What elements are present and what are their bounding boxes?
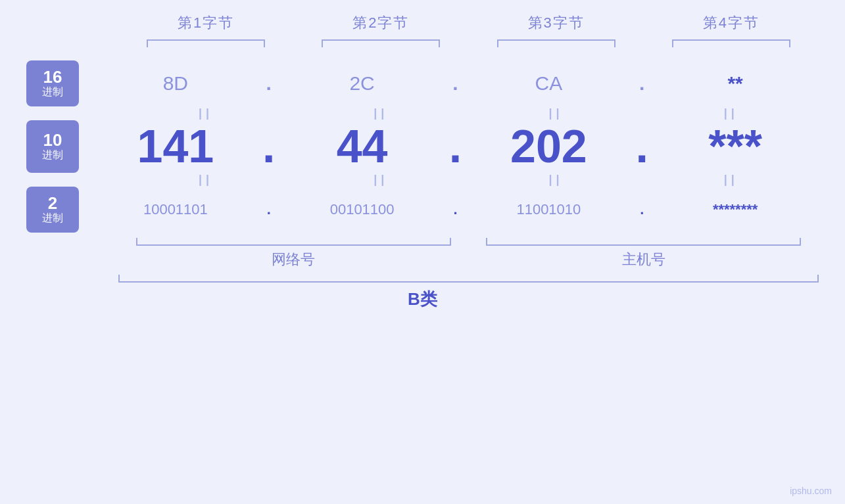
hex-v1: 8D	[92, 72, 259, 95]
col-header-2: 第2字节	[293, 13, 468, 33]
sep-2: || || || ||	[118, 173, 819, 187]
bin-v2: 00101100	[279, 201, 446, 218]
dec-label-num: 10	[43, 131, 62, 149]
hex-label-num: 16	[43, 68, 62, 85]
dot-dec-2: .	[446, 120, 466, 173]
sep-1-v3: ||	[469, 106, 644, 120]
bracket-line-2	[322, 39, 440, 47]
big-bracket-line	[118, 275, 819, 283]
col-header-1: 第1字节	[118, 13, 293, 33]
hex-v3: CA	[466, 72, 633, 95]
hex-values: 8D . 2C . CA . **	[92, 72, 819, 95]
top-bracket-1	[118, 39, 293, 47]
hex-label: 16 进制	[26, 60, 79, 106]
header-row: 第1字节 第2字节 第3字节 第4字节	[118, 13, 819, 33]
bracket-line-1	[147, 39, 265, 47]
host-bracket-wrap	[469, 238, 819, 246]
hex-row: 16 进制 8D . 2C . CA . **	[26, 60, 819, 106]
dot-dec-1: .	[259, 120, 279, 173]
dec-v4: ***	[652, 120, 819, 173]
dec-label: 10 进制	[26, 120, 79, 173]
dot-bin-2: .	[446, 201, 466, 218]
dot-bin-3: .	[632, 201, 652, 218]
top-bracket-2	[293, 39, 468, 47]
host-bracket-line	[486, 238, 801, 246]
network-label: 网络号	[118, 250, 469, 269]
bracket-line-4	[672, 39, 790, 47]
sep-2-v1: ||	[118, 173, 293, 187]
dec-v2: 44	[279, 120, 446, 173]
dot-dec-3: .	[632, 120, 652, 173]
top-bracket-3	[469, 39, 644, 47]
dot-hex-2: .	[446, 72, 466, 95]
col-header-4: 第4字节	[644, 13, 819, 33]
bin-row: 2 进制 10001101 . 00101100 . 11001010 . **…	[26, 187, 819, 233]
watermark: ipshu.com	[790, 486, 832, 496]
dot-hex-1: .	[259, 72, 279, 95]
dec-values: 141 . 44 . 202 . ***	[92, 120, 819, 173]
dec-v3: 202	[466, 120, 633, 173]
bin-values: 10001101 . 00101100 . 11001010 . *******…	[92, 201, 819, 218]
network-bracket-wrap	[118, 238, 469, 246]
bin-v1: 10001101	[92, 201, 259, 218]
bin-v4: ********	[652, 201, 819, 218]
sep-2-v3: ||	[469, 173, 644, 187]
sep-2-v2: ||	[293, 173, 468, 187]
host-label: 主机号	[469, 250, 819, 269]
dec-v1: 141	[92, 120, 259, 173]
hex-label-sub: 进制	[42, 85, 63, 99]
bottom-bracket-area	[118, 238, 819, 246]
bin-label-sub: 进制	[42, 212, 63, 225]
network-bracket-line	[136, 238, 451, 246]
dot-hex-3: .	[632, 72, 652, 95]
net-host-labels: 网络号 主机号	[118, 250, 819, 269]
main-container: 第1字节 第2字节 第3字节 第4字节 16 进制 8D . 2C . CA	[0, 0, 845, 504]
dec-label-sub: 进制	[42, 149, 63, 162]
big-bracket-wrap	[118, 275, 819, 283]
dec-row: 10 进制 141 . 44 . 202 . ***	[26, 120, 819, 173]
bin-label: 2 进制	[26, 187, 79, 233]
sep-1-v4: ||	[644, 106, 819, 120]
sep-1: || || || ||	[118, 106, 819, 120]
class-label: B类	[26, 288, 819, 311]
bracket-line-3	[497, 39, 616, 47]
top-bracket-row	[118, 39, 819, 47]
sep-1-v1: ||	[118, 106, 293, 120]
top-bracket-4	[644, 39, 819, 47]
bin-label-num: 2	[48, 195, 57, 212]
hex-v4: **	[652, 72, 819, 95]
dot-bin-1: .	[259, 201, 279, 218]
sep-1-v2: ||	[293, 106, 468, 120]
hex-v2: 2C	[279, 72, 446, 95]
bin-v3: 11001010	[466, 201, 633, 218]
col-header-3: 第3字节	[469, 13, 644, 33]
sep-2-v4: ||	[644, 173, 819, 187]
